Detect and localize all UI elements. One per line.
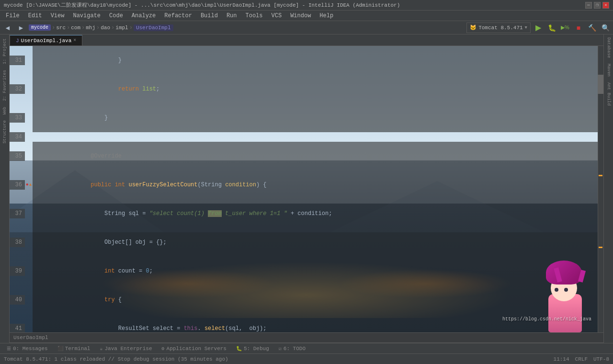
breadcrumb-src[interactable]: src: [56, 25, 66, 31]
line-num-31: 31: [10, 56, 25, 65]
java-enterprise-icon: ☕: [100, 346, 102, 352]
breakpoint-icon[interactable]: ●: [26, 180, 29, 190]
sidebar-panel-web[interactable]: Web: [1, 104, 8, 117]
sidebar-panel-project[interactable]: 1: Project: [1, 35, 8, 67]
breadcrumb-impl[interactable]: impl: [115, 25, 128, 31]
bottom-tabs-bar: ☰ 0: Messages ⬛ Terminal ☕ Java Enterpri…: [0, 343, 613, 353]
tab-label: UserDaoImpl.java: [21, 38, 72, 44]
code-line-31: 31 }: [10, 46, 598, 75]
status-bar: Tomcat 8.5.471: 1 class reloaded // Stop…: [0, 353, 613, 364]
line-code-40: try {: [33, 285, 598, 314]
right-panel-database[interactable]: Database: [605, 34, 612, 61]
bottom-tab-terminal[interactable]: ⬛ Terminal: [53, 345, 95, 353]
run-button[interactable]: ▶: [533, 22, 544, 34]
menu-edit[interactable]: Edit: [24, 11, 46, 20]
forward-button[interactable]: ►: [15, 22, 27, 34]
menu-tools[interactable]: Tools: [242, 11, 267, 20]
bottom-tab-app-servers[interactable]: ⚙ Application Servers: [157, 345, 231, 353]
menu-build[interactable]: Build: [197, 11, 222, 20]
window-title: mycode [D:\JAVASE\二阶发课程\day18\mycode] - …: [4, 1, 400, 9]
line-code-33: }: [33, 103, 598, 132]
editor-container: J UserDaoImpl.java ×: [10, 34, 603, 343]
line-num-35: 35: [10, 151, 25, 161]
menu-window[interactable]: Window: [286, 11, 315, 20]
sidebar-panel-favorites[interactable]: 2: Favorites: [1, 67, 8, 104]
restore-button[interactable]: ❐: [594, 2, 601, 9]
line-num-34: 34: [10, 132, 25, 142]
code-content[interactable]: 31 } 32 return list;: [10, 46, 598, 332]
code-line-36: 36 ● ▲ public int userFuzzySelectCount(S…: [10, 171, 598, 199]
menu-view[interactable]: View: [47, 11, 68, 20]
breadcrumb-mhj[interactable]: mhj: [86, 25, 95, 31]
tomcat-label: Tomcat 8.5.471: [478, 25, 522, 31]
bottom-tab-debug[interactable]: 🐛 5: Debug: [231, 345, 274, 353]
line-code-35: @Override: [33, 142, 598, 171]
vertical-scrollbar[interactable]: [598, 46, 603, 332]
line-num-41: 41: [10, 324, 25, 332]
bottom-tab-java-enterprise[interactable]: ☕ Java Enterprise: [95, 345, 157, 353]
breadcrumb-com[interactable]: com: [71, 25, 80, 31]
anime-character: [539, 275, 591, 332]
debug-label: 5: Debug: [244, 346, 269, 352]
debug-icon: 🐛: [236, 346, 242, 352]
breadcrumb-dao[interactable]: dao: [101, 25, 110, 31]
override-arrow-icon: ▲: [29, 180, 32, 190]
code-editor[interactable]: 31 } 32 return list;: [10, 46, 603, 332]
debug-button[interactable]: 🐛: [546, 22, 557, 34]
right-panel-ant[interactable]: Ant Build: [605, 80, 612, 109]
menu-file[interactable]: File: [2, 11, 23, 20]
code-line-34: 34: [10, 132, 598, 142]
code-line-40: 40 try {: [10, 285, 598, 314]
bottom-tab-todo[interactable]: ☑ 6: TODO: [274, 345, 310, 353]
tab-userdaoimpl[interactable]: J UserDaoImpl.java ×: [10, 35, 82, 46]
close-button[interactable]: ✕: [602, 2, 609, 9]
code-line-33: 33 }: [10, 103, 598, 132]
breadcrumb-mycode[interactable]: mycode: [29, 24, 51, 31]
line-endings[interactable]: CRLF: [575, 356, 588, 362]
line-num-32: 32: [10, 84, 25, 94]
menu-help[interactable]: Help: [316, 11, 337, 20]
tomcat-selector[interactable]: 🐱 Tomcat 8.5.471 ▼: [466, 23, 531, 33]
menu-vcs[interactable]: VCS: [268, 11, 286, 20]
run-with-coverage-button[interactable]: ▶%: [559, 22, 571, 34]
breadcrumb-class-name: UserDaoImpl: [13, 335, 48, 341]
line-num-39: 39: [10, 266, 25, 276]
tomcat-dropdown-icon: ▼: [525, 25, 527, 30]
breadcrumb-nav: mycode › src › com › mhj › dao › impl › …: [29, 24, 465, 31]
breadcrumb-userdaoimpl[interactable]: UserDaoImpl: [134, 24, 173, 31]
stop-button[interactable]: ■: [573, 22, 584, 34]
todo-label: 6: TODO: [284, 346, 306, 352]
terminal-label: Terminal: [65, 346, 91, 352]
menu-navigate[interactable]: Navigate: [69, 11, 104, 20]
charset[interactable]: UTF-8: [593, 356, 609, 362]
bottom-tab-messages[interactable]: ☰ 0: Messages: [2, 345, 53, 353]
cursor-position[interactable]: 11:14: [554, 356, 569, 362]
line-num-38: 38: [10, 238, 25, 247]
right-panel-maven[interactable]: Maven: [605, 61, 612, 80]
terminal-icon: ⬛: [57, 346, 63, 352]
code-line-38: 38 Object[] obj = {};: [10, 228, 598, 257]
tab-bar: J UserDaoImpl.java ×: [10, 34, 603, 46]
scroll-thumb[interactable]: [598, 75, 603, 94]
left-sidebar: 1: Project 2: Favorites Web Structure: [0, 34, 10, 343]
line-marker-36[interactable]: ● ▲: [25, 180, 33, 190]
menu-run[interactable]: Run: [223, 11, 241, 20]
menu-analyze[interactable]: Analyze: [128, 11, 159, 20]
line-num-40: 40: [10, 295, 25, 305]
menu-bar: File Edit View Navigate Code Analyze Ref…: [0, 11, 613, 21]
line-code-38: Object[] obj = {};: [33, 228, 598, 257]
search-everywhere-button[interactable]: 🔍: [600, 22, 611, 34]
sidebar-panel-structure[interactable]: Structure: [1, 117, 8, 147]
code-line-35: 35 @Override: [10, 142, 598, 171]
messages-label: 0: Messages: [13, 346, 48, 352]
menu-refactor[interactable]: Refactor: [160, 11, 196, 20]
tab-close-icon[interactable]: ×: [73, 38, 76, 43]
tab-icon: J: [16, 38, 19, 44]
back-button[interactable]: ◄: [2, 22, 13, 34]
right-panel: Database Maven Ant Build: [603, 34, 613, 343]
minimize-button[interactable]: ─: [585, 2, 592, 9]
java-enterprise-label: Java Enterprise: [104, 346, 152, 352]
todo-icon: ☑: [279, 346, 282, 352]
build-button[interactable]: 🔨: [586, 22, 598, 34]
menu-code[interactable]: Code: [105, 11, 127, 20]
